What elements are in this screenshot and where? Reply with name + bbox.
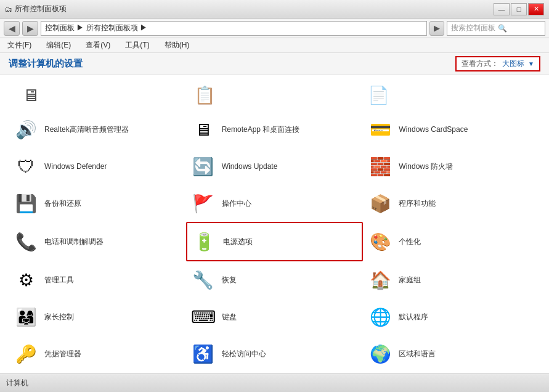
view-mode-value: 大图标 bbox=[502, 59, 524, 69]
item-label-region: 区域和语言 bbox=[399, 349, 436, 359]
item-icon-personalize: 🎨 bbox=[368, 229, 392, 254]
item-icon-accessibility: ♿ bbox=[191, 341, 216, 366]
minimize-button[interactable]: — bbox=[494, 3, 510, 15]
partial-item-1: 🖥 bbox=[14, 80, 187, 110]
item-realtek[interactable]: 🔊Realtek高清晰音频管理器 bbox=[9, 111, 186, 148]
item-icon-region: 🌍 bbox=[368, 341, 392, 366]
partial-icon-3: 📄 bbox=[367, 83, 391, 107]
view-mode-label: 查看方式： bbox=[462, 59, 498, 69]
item-label-phone: 电话和调制解调器 bbox=[44, 237, 104, 247]
menu-tools[interactable]: 工具(T) bbox=[123, 39, 152, 52]
item-label-windowsupdate: Windows Update bbox=[222, 162, 278, 171]
item-label-homegroup: 家庭组 bbox=[399, 275, 421, 285]
item-getstarted[interactable]: 📋入门 bbox=[363, 372, 540, 374]
item-label-firewall: Windows 防火墙 bbox=[399, 161, 453, 172]
items-container[interactable]: 🖥 📋 📄 🔊Realtek高清晰音频管理器🖥RemoteApp 和桌面连接💳W… bbox=[0, 75, 549, 374]
item-cardspace[interactable]: 💳Windows CardSpace bbox=[363, 111, 540, 148]
toolbar-row: 调整计算机的设置 查看方式： 大图标 ▼ bbox=[0, 53, 549, 75]
item-region[interactable]: 🌍区域和语言 bbox=[363, 335, 540, 372]
item-accessibility[interactable]: ♿轻松访问中心 bbox=[186, 335, 364, 372]
item-icon-cardspace: 💳 bbox=[368, 117, 392, 142]
item-windowsupdate[interactable]: 🔄Windows Update bbox=[186, 148, 364, 185]
item-icon-credential: 🔑 bbox=[14, 341, 38, 366]
status-bar: 计算机 bbox=[0, 374, 549, 392]
item-datetime[interactable]: 📅日期和时间 bbox=[186, 372, 364, 374]
title-bar-left: 🗂 所有控制面板项 bbox=[5, 4, 67, 14]
address-bar: ◀ ▶ 控制面板 ▶ 所有控制面板项 ▶ ▶ 搜索控制面板 🔍 bbox=[0, 18, 549, 38]
address-text: 控制面板 ▶ 所有控制面板项 ▶ bbox=[45, 23, 147, 33]
view-dropdown-icon: ▼ bbox=[528, 60, 534, 67]
item-label-programs: 程序和功能 bbox=[399, 198, 436, 209]
item-label-admintools: 管理工具 bbox=[44, 275, 74, 285]
item-icon-homegroup: 🏠 bbox=[368, 267, 392, 292]
partial-row: 🖥 📋 📄 bbox=[9, 80, 540, 110]
status-text: 计算机 bbox=[6, 378, 28, 388]
item-recovery[interactable]: 🔧恢复 bbox=[186, 261, 364, 298]
item-icon-remoteapp: 🖥 bbox=[191, 117, 216, 142]
item-icon-phone: 📞 bbox=[14, 229, 38, 254]
item-icon-actioncenter: 🚩 bbox=[191, 191, 216, 216]
item-icon-parentalcontrol: 👨‍👩‍👧 bbox=[14, 304, 38, 329]
maximize-button[interactable]: □ bbox=[511, 3, 527, 15]
title-bar-icon: 🗂 bbox=[5, 5, 12, 14]
item-firewall[interactable]: 🧱Windows 防火墙 bbox=[363, 148, 540, 185]
item-taskbar[interactable]: 📌任务栏和「开始」菜单 bbox=[9, 372, 186, 374]
item-label-backup: 备份和还原 bbox=[44, 198, 81, 209]
item-backup[interactable]: 💾备份和还原 bbox=[9, 185, 186, 222]
item-label-personalize: 个性化 bbox=[399, 237, 421, 247]
title-bar-controls: — □ ✕ bbox=[494, 3, 544, 15]
item-phone[interactable]: 📞电话和调制解调器 bbox=[9, 222, 186, 261]
menu-view[interactable]: 查看(V) bbox=[83, 39, 113, 52]
item-label-remoteapp: RemoteApp 和桌面连接 bbox=[222, 125, 300, 135]
close-button[interactable]: ✕ bbox=[528, 3, 544, 15]
main-area: 调整计算机的设置 查看方式： 大图标 ▼ 🖥 📋 📄 🔊Realtek高清晰音频 bbox=[0, 53, 549, 374]
item-icon-power: 🔋 bbox=[192, 229, 217, 254]
items-grid: 🔊Realtek高清晰音频管理器🖥RemoteApp 和桌面连接💳Windows… bbox=[9, 111, 540, 374]
partial-item-3: 📄 bbox=[362, 80, 535, 110]
item-defender[interactable]: 🛡Windows Defender bbox=[9, 148, 186, 185]
item-programs[interactable]: 📦程序和功能 bbox=[363, 185, 540, 222]
item-parentalcontrol[interactable]: 👨‍👩‍👧家长控制 bbox=[9, 298, 186, 335]
item-icon-windowsupdate: 🔄 bbox=[191, 154, 216, 179]
address-go-button[interactable]: ▶ bbox=[429, 21, 444, 36]
item-actioncenter[interactable]: 🚩操作中心 bbox=[186, 185, 364, 222]
item-keyboard[interactable]: ⌨键盘 bbox=[186, 298, 364, 335]
item-label-defender: Windows Defender bbox=[44, 162, 107, 171]
item-homegroup[interactable]: 🏠家庭组 bbox=[363, 261, 540, 298]
item-power[interactable]: 🔋电源选项 bbox=[186, 222, 364, 261]
item-icon-defaultprograms: 🌐 bbox=[368, 304, 392, 329]
partial-item-2: 📋 bbox=[187, 80, 361, 110]
item-label-power: 电源选项 bbox=[223, 237, 253, 247]
back-button[interactable]: ◀ bbox=[4, 21, 20, 36]
search-placeholder: 搜索控制面板 bbox=[451, 23, 495, 33]
view-mode-selector[interactable]: 查看方式： 大图标 ▼ bbox=[455, 56, 540, 71]
item-credential[interactable]: 🔑凭据管理器 bbox=[9, 335, 186, 372]
menu-bar: 文件(F) 编辑(E) 查看(V) 工具(T) 帮助(H) bbox=[0, 38, 549, 53]
item-defaultprograms[interactable]: 🌐默认程序 bbox=[363, 298, 540, 335]
item-icon-firewall: 🧱 bbox=[368, 154, 392, 179]
menu-help[interactable]: 帮助(H) bbox=[162, 39, 192, 52]
item-label-parentalcontrol: 家长控制 bbox=[44, 312, 74, 322]
item-icon-recovery: 🔧 bbox=[191, 267, 216, 292]
item-label-actioncenter: 操作中心 bbox=[222, 198, 251, 209]
forward-button[interactable]: ▶ bbox=[22, 21, 38, 36]
item-label-realtek: Realtek高清晰音频管理器 bbox=[44, 125, 129, 135]
address-path[interactable]: 控制面板 ▶ 所有控制面板项 ▶ bbox=[41, 21, 427, 36]
item-label-credential: 凭据管理器 bbox=[44, 349, 81, 359]
menu-file[interactable]: 文件(F) bbox=[5, 39, 34, 52]
menu-edit[interactable]: 编辑(E) bbox=[44, 39, 73, 52]
partial-icon-1: 🖥 bbox=[18, 83, 43, 107]
item-label-defaultprograms: 默认程序 bbox=[399, 312, 428, 322]
search-box[interactable]: 搜索控制面板 🔍 bbox=[447, 21, 545, 36]
item-label-cardspace: Windows CardSpace bbox=[399, 125, 468, 134]
item-icon-backup: 💾 bbox=[14, 191, 38, 216]
item-icon-defender: 🛡 bbox=[14, 154, 38, 179]
item-label-accessibility: 轻松访问中心 bbox=[222, 349, 266, 359]
item-icon-realtek: 🔊 bbox=[14, 117, 38, 142]
item-icon-programs: 📦 bbox=[368, 191, 392, 216]
title-bar-title: 所有控制面板项 bbox=[15, 4, 67, 14]
item-personalize[interactable]: 🎨个性化 bbox=[363, 222, 540, 261]
item-admintools[interactable]: ⚙管理工具 bbox=[9, 261, 186, 298]
item-remoteapp[interactable]: 🖥RemoteApp 和桌面连接 bbox=[186, 111, 364, 148]
page-title: 调整计算机的设置 bbox=[9, 58, 83, 70]
